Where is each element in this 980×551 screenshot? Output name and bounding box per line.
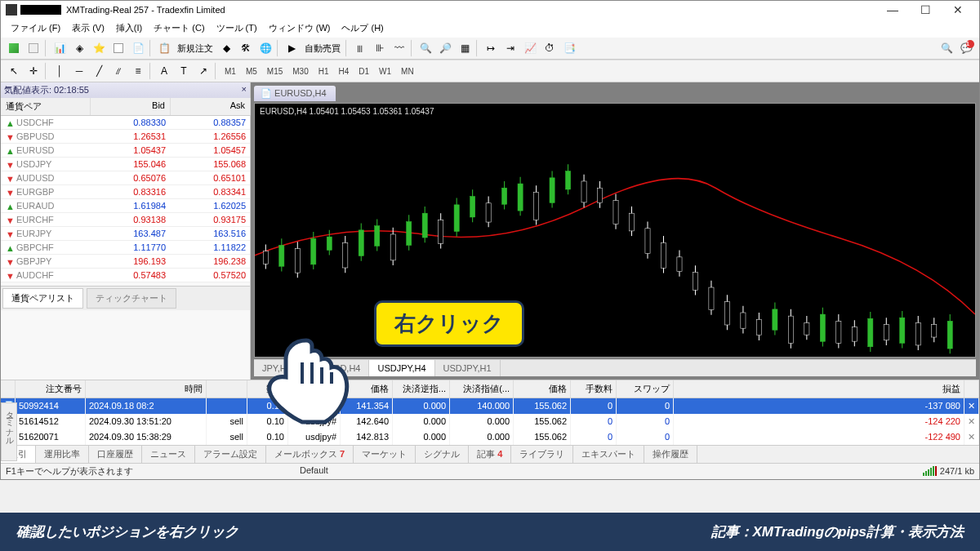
mw-row[interactable]: ▲EURAUD1.619841.62025 <box>1 199 250 213</box>
menu-item[interactable]: チャート (C) <box>149 20 209 36</box>
svg-rect-13 <box>359 230 363 256</box>
vline-icon[interactable]: │ <box>51 62 69 80</box>
candle-chart-icon[interactable]: ⊪ <box>371 39 389 57</box>
terminal-tab-item[interactable]: 操作履歴 <box>644 446 697 463</box>
scroll-icon[interactable]: ↦ <box>482 39 500 57</box>
menu-item[interactable]: 表示 (V) <box>67 20 109 36</box>
terminal-tab-item[interactable]: エキスパート <box>573 446 644 463</box>
tf-D1[interactable]: D1 <box>354 67 374 76</box>
terminal-tab-item[interactable]: アラーム設定 <box>195 446 266 463</box>
navigator-icon[interactable]: ◈ <box>70 39 88 57</box>
maximize-button[interactable]: ☐ <box>909 2 942 17</box>
tf-M5[interactable]: M5 <box>241 67 262 76</box>
search-icon[interactable]: 🔍 <box>938 39 956 57</box>
menu-item[interactable]: 挿入(I) <box>111 20 147 36</box>
profile-icon[interactable] <box>24 39 42 57</box>
shift-icon[interactable]: ⇥ <box>501 39 519 57</box>
terminal-tab-item[interactable]: シグナル <box>416 446 469 463</box>
period-icon[interactable]: ⏱ <box>541 39 559 57</box>
svg-rect-45 <box>613 201 618 224</box>
trendline-icon[interactable]: ╱ <box>90 62 108 80</box>
mw-row[interactable]: ▲EURUSD1.054371.05457 <box>1 144 250 158</box>
autotrade-icon[interactable]: ▶ <box>283 39 301 57</box>
mw-row[interactable]: ▼GBPUSD1.265311.26556 <box>1 130 250 144</box>
tf-H1[interactable]: H1 <box>314 67 334 76</box>
zoom-in-icon[interactable]: 🔍 <box>416 39 434 57</box>
caption-left: 確認したいポジションを右クリック <box>16 522 238 541</box>
mw-row[interactable]: ▼AUDCHF0.574830.57520 <box>1 269 250 282</box>
market-watch-icon[interactable]: 📊 <box>51 39 69 57</box>
crosshair-icon[interactable]: ✛ <box>24 62 42 80</box>
autotrade-label[interactable]: 自動売買 <box>301 42 344 55</box>
mw-tab-tick[interactable]: ティックチャート <box>87 288 176 309</box>
favorite-icon[interactable]: ⭐ <box>90 39 108 57</box>
mw-row[interactable]: ▼GBPJPY196.193196.238 <box>1 255 250 269</box>
mw-close-icon[interactable]: × <box>242 84 247 96</box>
mw-row[interactable]: ▼EURCHF0.931380.93175 <box>1 213 250 227</box>
terminal-tab-item[interactable]: ライブラリ <box>511 446 573 463</box>
cursor-icon[interactable]: ↖ <box>5 62 23 80</box>
fibo-icon[interactable]: ≡ <box>129 62 147 80</box>
text-icon[interactable]: A <box>155 62 173 80</box>
channel-icon[interactable]: ⫽ <box>109 62 127 80</box>
tf-M1[interactable]: M1 <box>220 67 241 76</box>
tile-icon[interactable]: ▦ <box>456 39 474 57</box>
mw-row[interactable]: ▼AUDUSD0.650760.65101 <box>1 171 250 185</box>
globe-icon[interactable]: 🌐 <box>256 39 274 57</box>
mw-row[interactable]: ▼USDJPY155.046155.068 <box>1 158 250 171</box>
chart-window-tab[interactable]: 📄 EURUSD,H4 <box>254 86 336 101</box>
bar-chart-icon[interactable]: ⫼ <box>351 39 369 57</box>
chart-ohlc-label: EURUSD,H4 1.05401 1.05453 1.05361 1.0543… <box>260 107 434 116</box>
svg-rect-9 <box>327 237 332 250</box>
tf-MN[interactable]: MN <box>396 67 419 76</box>
label-icon[interactable]: T <box>175 62 193 80</box>
menu-item[interactable]: ヘルプ (H) <box>336 20 388 36</box>
terminal-tab-item[interactable]: メールボックス 7 <box>266 446 354 463</box>
svg-rect-39 <box>565 171 570 189</box>
mw-row[interactable]: ▼EURGBP0.833160.83341 <box>1 185 250 199</box>
terminal-tab-item[interactable]: 運用比率 <box>36 446 89 463</box>
arrow-icon[interactable]: ↗ <box>194 62 212 80</box>
menu-item[interactable]: ウィンドウ (W) <box>264 20 336 36</box>
terminal-tab-item[interactable]: 記事 4 <box>469 446 511 463</box>
tf-W1[interactable]: W1 <box>374 67 396 76</box>
options-icon[interactable]: 🛠 <box>237 39 255 57</box>
notify-icon[interactable]: 💬1 <box>957 39 975 57</box>
position-headers: 注文番号時間数量通貨ペア価格決済逆指...決済指値(...価格手数料スワップ損益 <box>1 380 979 398</box>
terminal-tab-item[interactable]: マーケット <box>354 446 416 463</box>
terminal-tab-item[interactable]: 口座履歴 <box>89 446 142 463</box>
template-icon[interactable]: 📑 <box>560 39 578 57</box>
chart-canvas[interactable]: EURUSD,H4 1.05401 1.05453 1.05361 1.0543… <box>254 103 976 358</box>
mw-tab-pairs[interactable]: 通貨ペアリスト <box>2 288 83 309</box>
tf-M30[interactable]: M30 <box>287 67 313 76</box>
minimize-button[interactable]: — <box>876 2 909 17</box>
tf-M15[interactable]: M15 <box>262 67 287 76</box>
mw-row[interactable]: ▲USDCHF0.883300.88357 <box>1 116 250 130</box>
position-row[interactable]: 📄516145122024.09.30 13:51:20sell0.10usdj… <box>1 414 979 429</box>
chart-tab[interactable]: USDJPY,H1 <box>435 360 501 376</box>
new-order-icon[interactable]: 📋 <box>155 39 173 57</box>
new-order-label[interactable]: 新規注文 <box>174 42 216 55</box>
position-row[interactable]: 📄516200712024.09.30 15:38:29sell0.10usdj… <box>1 429 979 445</box>
indicator-icon[interactable]: 📈 <box>521 39 539 57</box>
menu-item[interactable]: ツール (T) <box>212 20 262 36</box>
strategy-icon[interactable]: 📄 <box>129 39 147 57</box>
hline-icon[interactable]: ─ <box>70 62 88 80</box>
tf-H4[interactable]: H4 <box>334 67 354 76</box>
terminal-tab-item[interactable]: ニュース <box>142 446 195 463</box>
close-button[interactable]: ✕ <box>942 2 974 17</box>
new-chart-icon[interactable] <box>5 39 23 57</box>
zoom-out-icon[interactable]: 🔎 <box>436 39 454 57</box>
svg-rect-55 <box>693 272 697 290</box>
menu-item[interactable]: ファイル (F) <box>6 20 65 36</box>
mw-row[interactable]: ▼EURJPY163.487163.516 <box>1 227 250 241</box>
terminal-vertical-tab[interactable]: ターミナル <box>1 402 17 461</box>
mw-row[interactable]: ▲GBPCHF1.117701.11822 <box>1 241 250 255</box>
position-row[interactable]: 📄509924142024.09.18 08:20.10usdjpy#141.3… <box>1 398 979 414</box>
redacted-account <box>20 5 61 15</box>
svg-rect-65 <box>773 309 777 330</box>
line-chart-icon[interactable]: 〰 <box>390 39 408 57</box>
data-window-icon[interactable] <box>109 39 127 57</box>
metaeditor-icon[interactable]: ◆ <box>217 39 235 57</box>
chart-tab[interactable]: USDJPY,H4 <box>369 360 434 376</box>
